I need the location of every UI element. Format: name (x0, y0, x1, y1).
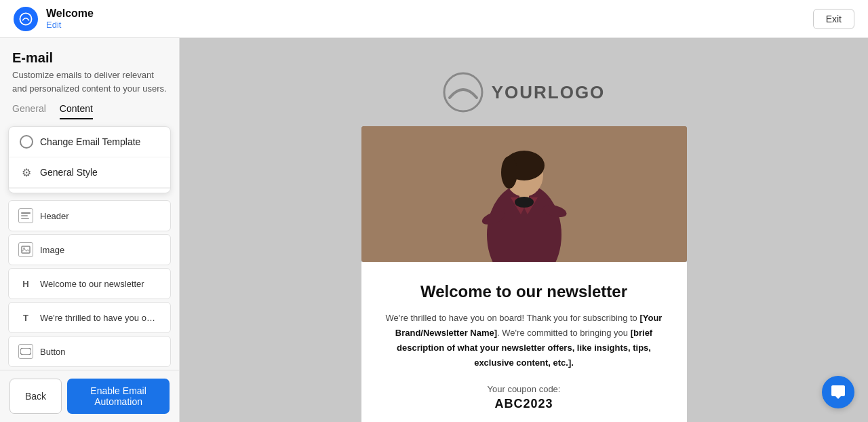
sidebar-item-text[interactable]: T We're thrilled to have you on board! T… (8, 302, 171, 333)
change-template-item[interactable]: Change Email Template (9, 127, 170, 157)
coupon-code: ABC2023 (386, 397, 663, 411)
svg-point-7 (444, 73, 482, 111)
sidebar-item-button[interactable]: Button (8, 336, 171, 367)
left-panel: E-mail Customize emails to deliver relev… (0, 38, 180, 422)
button-icon (18, 344, 33, 359)
svg-rect-3 (21, 218, 29, 219)
svg-point-0 (20, 13, 31, 24)
panel-footer: Back Enable Email Automation (0, 370, 179, 422)
general-style-section: Body Font Arial Helvetica Georgia Times … (9, 188, 170, 193)
panel-title: E-mail (12, 50, 167, 66)
email-logo-area: YOURLOGO (361, 58, 687, 126)
sidebar-item-header[interactable]: Header (8, 200, 171, 231)
svg-rect-4 (22, 246, 30, 253)
back-button[interactable]: Back (9, 379, 62, 414)
svg-rect-2 (21, 215, 28, 216)
button-item-label: Button (40, 347, 66, 357)
email-main-title: Welcome to our newsletter (386, 282, 663, 301)
topbar-left: Welcome Edit (14, 7, 94, 31)
panel-description: Customize emails to deliver relevant and… (12, 69, 167, 95)
change-template-label: Change Email Template (40, 136, 140, 147)
circle-icon (20, 135, 33, 149)
main-layout: E-mail Customize emails to deliver relev… (0, 0, 868, 422)
email-body: Welcome to our newsletter We're thrilled… (361, 262, 687, 422)
email-body-text: We're thrilled to have you on board! Tha… (386, 311, 663, 370)
chat-icon (830, 384, 846, 400)
coupon-section: Your coupon code: ABC2023 (386, 384, 663, 411)
brand-name-bold: [Your Brand/Newsletter Name] (395, 313, 663, 338)
svg-rect-1 (21, 212, 31, 214)
coupon-label: Your coupon code: (386, 384, 663, 394)
header-icon (18, 208, 33, 223)
enable-automation-button[interactable]: Enable Email Automation (67, 379, 170, 414)
sidebar-item-image[interactable]: Image (8, 234, 171, 265)
hero-svg (361, 126, 687, 262)
topbar: Welcome Edit Exit (0, 0, 868, 38)
sidebar-items-list: Header Image H Welcome to our newsletter… (0, 200, 179, 370)
svg-rect-6 (20, 348, 31, 355)
tab-general[interactable]: General (12, 103, 46, 119)
logo-icon (443, 72, 484, 113)
text-item-label: We're thrilled to have you on board! Tha… (40, 313, 155, 323)
email-hero-image (361, 126, 687, 262)
svg-point-17 (515, 197, 534, 208)
header-item-label: Header (40, 211, 69, 221)
topbar-title-group: Welcome Edit (46, 7, 94, 30)
image-item-label: Image (40, 245, 64, 255)
app-title: Welcome (46, 7, 94, 20)
app-logo-icon (14, 7, 38, 31)
panel-header: E-mail Customize emails to deliver relev… (0, 38, 179, 95)
panel-tabs: General Content (0, 95, 179, 119)
email-preview-area: YOURLOGO (180, 38, 868, 422)
logo-text: YOURLOGO (492, 82, 606, 103)
gear-icon: ⚙ (20, 166, 33, 179)
edit-link[interactable]: Edit (46, 20, 94, 30)
text-icon: T (18, 310, 33, 325)
image-icon (18, 242, 33, 257)
svg-point-13 (501, 156, 517, 189)
email-preview: YOURLOGO (361, 58, 687, 422)
general-style-label: General Style (40, 167, 98, 178)
heading-item-label: Welcome to our newsletter (40, 279, 144, 289)
general-style-item[interactable]: ⚙ General Style (9, 157, 170, 188)
dropdown-card: Change Email Template ⚙ General Style Bo… (8, 126, 171, 193)
chat-bubble-button[interactable] (822, 376, 854, 408)
heading-icon: H (18, 276, 33, 291)
exit-button[interactable]: Exit (813, 9, 854, 29)
tab-content[interactable]: Content (60, 103, 93, 119)
sidebar-item-heading[interactable]: H Welcome to our newsletter (8, 268, 171, 299)
